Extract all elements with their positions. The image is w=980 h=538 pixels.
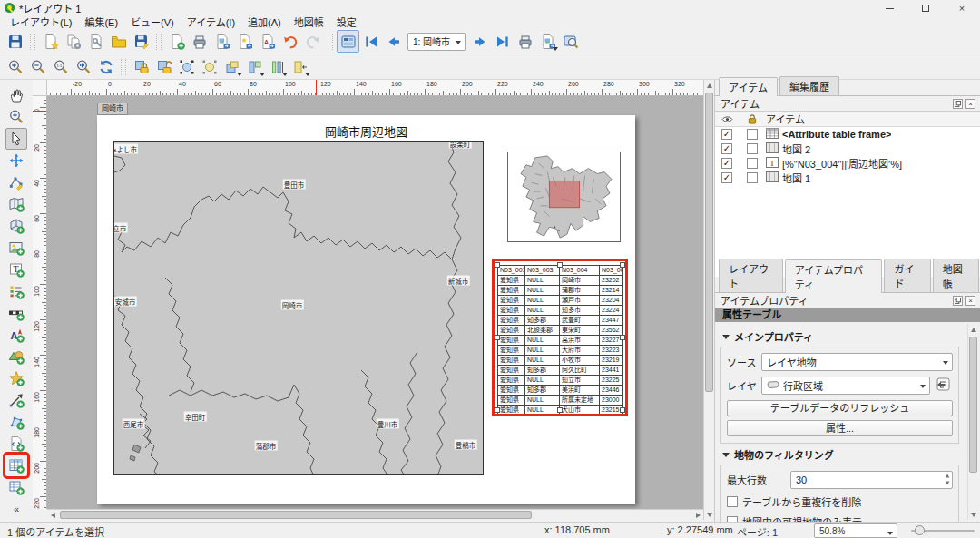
tab-アイテムプロパティ[interactable]: アイテムプロパティ — [785, 259, 883, 293]
distribute-selected-items-button[interactable] — [266, 55, 289, 78]
feature-filtering-group[interactable]: 地物のフィルタリング — [722, 447, 959, 462]
add-legend-button[interactable] — [5, 280, 27, 302]
add-north-arrow-button[interactable]: A — [5, 324, 27, 346]
main-properties-group[interactable]: メインプロパティ — [722, 329, 959, 344]
zoom-in-button[interactable] — [4, 55, 26, 78]
item-row[interactable]: ✓地図 1 — [715, 171, 980, 185]
align-selected-items-button[interactable] — [243, 55, 266, 78]
canvas-horizontal-scrollbar[interactable] — [47, 509, 703, 520]
edit-nodes-tool-button[interactable] — [5, 171, 27, 193]
scroll-right-icon[interactable] — [692, 510, 703, 521]
menu-アイテム(I)[interactable]: アイテム(I) — [181, 16, 241, 29]
group-items-button[interactable] — [175, 55, 198, 78]
move-item-content-tool-button[interactable] — [5, 150, 27, 171]
attributes-button[interactable]: 属性... — [727, 420, 953, 436]
layout-manager-button[interactable] — [84, 30, 107, 53]
lock-selected-items-button[interactable] — [130, 55, 152, 78]
close-button[interactable]: × — [944, 0, 980, 16]
atlas-settings-button[interactable] — [559, 30, 582, 53]
export-pdf-button[interactable]: A — [256, 30, 279, 53]
print-atlas-button[interactable] — [514, 30, 536, 53]
add-attribute-table-button[interactable] — [5, 455, 27, 476]
item-row[interactable]: ✓地図 2 — [715, 142, 980, 156]
menu-設定[interactable]: 設定 — [330, 16, 363, 29]
atlas-preview-toggle-button[interactable] — [337, 30, 359, 53]
unlock-all-items-button[interactable] — [152, 55, 175, 78]
redo-button[interactable] — [301, 30, 324, 53]
layer-combo[interactable]: 行政区域 — [761, 377, 930, 395]
map-title-label[interactable]: 岡崎市周辺地図 — [97, 122, 635, 140]
item-row[interactable]: ✓T[%"N03_004"||'周辺地図'%] — [715, 156, 980, 171]
print-layout-button[interactable] — [188, 30, 211, 53]
atlas-last-feature-button[interactable] — [491, 30, 514, 53]
max-rows-spinner[interactable]: 30 — [790, 471, 953, 489]
atlas-feature-combo[interactable]: 1: 岡崎市 — [407, 33, 466, 51]
refresh-table-data-button[interactable]: テーブルデータのリフレッシュ — [727, 400, 953, 416]
duplicate-layout-button[interactable] — [62, 30, 84, 53]
add-map-button[interactable] — [5, 193, 27, 215]
tab-編集履歴[interactable]: 編集履歴 — [779, 76, 839, 95]
zoom-actual-button[interactable]: 1:1 — [49, 55, 72, 78]
canvas-vertical-scrollbar[interactable] — [703, 80, 714, 520]
float-panel-icon[interactable] — [953, 99, 963, 109]
scroll-left-icon[interactable] — [47, 510, 58, 521]
tab-地図帳[interactable]: 地図帳 — [933, 259, 979, 292]
add-picture-button[interactable] — [5, 237, 27, 259]
save-as-template-button[interactable] — [130, 30, 152, 53]
atlas-layer-iterator-button[interactable] — [935, 377, 953, 395]
restore-button[interactable] — [907, 0, 944, 16]
zoom-full-button[interactable] — [72, 55, 94, 78]
scroll-up-icon[interactable] — [968, 324, 979, 335]
export-atlas-button[interactable] — [536, 30, 559, 53]
properties-scrollbar[interactable] — [967, 324, 978, 520]
visibility-checkbox[interactable]: ✓ — [721, 158, 732, 169]
export-svg-button[interactable] — [233, 30, 256, 53]
add-html-frame-button[interactable] — [5, 433, 27, 455]
layout-canvas[interactable]: 岡崎市 岡崎市周辺地図 みよし市設楽町豊田 — [47, 96, 703, 509]
zoom-tool-button[interactable] — [5, 106, 27, 128]
resize-selected-items-button[interactable] — [289, 55, 311, 78]
visibility-checkbox[interactable]: ✓ — [721, 172, 732, 183]
menu-レイアウト(L)[interactable]: レイアウト(L) — [4, 16, 78, 29]
minimize-button[interactable] — [871, 0, 907, 16]
ungroup-items-button[interactable] — [198, 55, 220, 78]
float-panel-icon[interactable] — [953, 296, 963, 306]
atlas-first-feature-button[interactable] — [359, 30, 382, 53]
add-pages-button[interactable] — [165, 30, 188, 53]
spin-up-icon[interactable] — [946, 474, 950, 478]
add-arrow-button[interactable] — [5, 389, 27, 411]
visibility-checkbox[interactable]: ✓ — [721, 129, 732, 140]
remove-duplicates-checkbox[interactable] — [727, 496, 738, 507]
lock-checkbox[interactable] — [747, 129, 758, 140]
tab-ガイド[interactable]: ガイド — [884, 259, 930, 292]
spin-down-icon[interactable] — [946, 482, 950, 485]
raise-selected-items-button[interactable] — [220, 55, 243, 78]
zoom-slider-handle[interactable] — [915, 525, 925, 535]
lock-checkbox[interactable] — [747, 172, 758, 183]
menu-地図帳[interactable]: 地図帳 — [288, 16, 330, 29]
overview-map-item[interactable] — [507, 152, 621, 242]
tab-アイテム[interactable]: アイテム — [719, 77, 778, 96]
pan-tool-button[interactable] — [5, 84, 27, 106]
add-marker-button[interactable] — [5, 367, 27, 389]
add-fixed-table-button[interactable] — [5, 476, 27, 498]
undo-button[interactable] — [279, 30, 301, 53]
lock-checkbox[interactable] — [747, 158, 758, 169]
source-combo[interactable]: レイヤ地物 — [761, 353, 953, 371]
collapse-toolbar-button[interactable]: « — [5, 498, 27, 520]
menu-編集(E)[interactable]: 編集(E) — [78, 16, 124, 29]
open-layout-button[interactable] — [107, 30, 130, 53]
close-panel-icon[interactable]: × — [965, 99, 975, 109]
menu-ビュー(V)[interactable]: ビュー(V) — [124, 16, 181, 29]
menu-追加(A)[interactable]: 追加(A) — [241, 16, 288, 29]
select-move-item-tool-button[interactable] — [5, 128, 27, 150]
refresh-view-button[interactable] — [94, 55, 117, 78]
new-layout-button[interactable] — [39, 30, 62, 53]
tab-レイアウト[interactable]: レイアウト — [719, 259, 783, 292]
scroll-down-icon[interactable] — [968, 509, 979, 520]
export-image-button[interactable] — [211, 30, 233, 53]
visibility-checkbox[interactable]: ✓ — [721, 143, 732, 154]
add-3d-map-button[interactable] — [5, 215, 27, 237]
item-row[interactable]: ✓<Attribute table frame> — [715, 127, 980, 142]
zoom-out-button[interactable] — [26, 55, 49, 78]
